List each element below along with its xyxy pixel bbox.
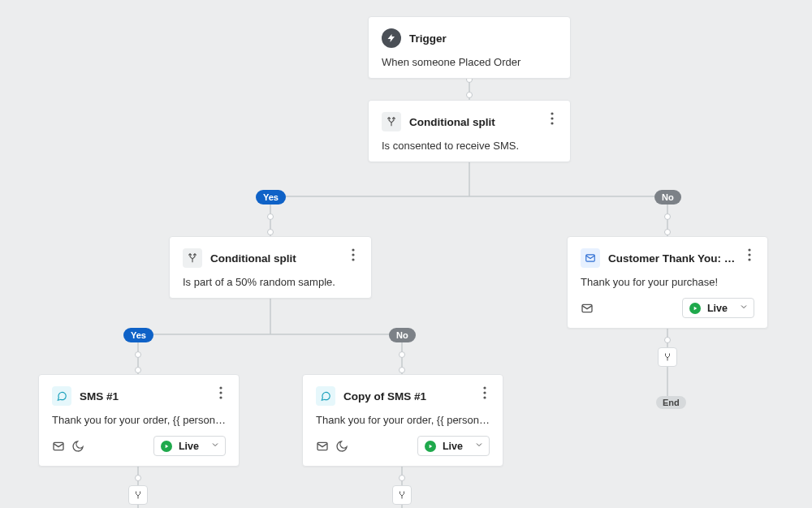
quiet-hours-icon — [335, 440, 348, 453]
port — [135, 367, 141, 373]
add-split-button[interactable] — [392, 485, 412, 505]
flow-canvas[interactable]: Yes No Yes No End Trigger When someone P… — [0, 0, 812, 508]
svg-point-14 — [551, 122, 553, 124]
status-selector[interactable]: Live — [153, 436, 226, 456]
branch-no: No — [654, 190, 681, 204]
svg-point-20 — [748, 258, 750, 260]
more-button[interactable] — [738, 243, 761, 266]
node-conditional-split[interactable]: Conditional split Is consented to receiv… — [368, 100, 571, 162]
more-button[interactable] — [541, 107, 564, 130]
add-split-button[interactable] — [658, 347, 677, 367]
node-desc: When someone Placed Order — [382, 56, 557, 68]
branch-no: No — [389, 328, 416, 342]
node-title: Conditional split — [409, 116, 495, 128]
email-channel-icon — [316, 440, 329, 453]
svg-point-13 — [551, 117, 553, 119]
node-desc: Is consented to receive SMS. — [382, 140, 557, 152]
svg-point-12 — [551, 112, 553, 114]
svg-point-17 — [352, 258, 354, 260]
chevron-down-icon — [474, 440, 484, 452]
port — [135, 351, 141, 358]
port — [399, 475, 405, 481]
svg-point-19 — [748, 253, 750, 256]
branch-yes: Yes — [123, 328, 153, 342]
status-label: Live — [179, 441, 199, 452]
svg-point-23 — [219, 386, 222, 389]
more-button[interactable] — [209, 381, 232, 404]
node-email[interactable]: Customer Thank You: Email... Thank you f… — [567, 236, 768, 329]
node-desc: Thank you for your order, {{ person|look… — [52, 414, 226, 426]
bolt-icon — [382, 28, 401, 48]
svg-point-15 — [352, 248, 354, 251]
node-title: Trigger — [409, 32, 447, 45]
quiet-hours-icon — [71, 440, 84, 453]
add-split-button[interactable] — [128, 485, 148, 505]
node-title: SMS #1 — [80, 390, 119, 403]
svg-point-16 — [352, 253, 354, 256]
svg-point-24 — [219, 391, 222, 394]
node-title: Customer Thank You: Email... — [608, 252, 738, 265]
status-live-icon — [689, 303, 701, 314]
more-button[interactable] — [342, 243, 365, 266]
status-label: Live — [707, 303, 728, 314]
status-label: Live — [443, 441, 463, 452]
chevron-down-icon — [739, 302, 749, 314]
status-selector[interactable]: Live — [682, 298, 754, 318]
status-live-icon — [161, 441, 172, 452]
node-desc: Thank you for your order, {{ person|look… — [316, 414, 490, 426]
more-button[interactable] — [473, 381, 496, 404]
email-channel-icon — [581, 302, 594, 315]
node-desc: Is part of a 50% random sample. — [183, 276, 358, 288]
svg-point-29 — [483, 396, 486, 398]
branch-yes: Yes — [256, 190, 286, 204]
port — [399, 351, 405, 358]
status-live-icon — [425, 441, 436, 452]
node-conditional-split[interactable]: Conditional split Is part of a 50% rando… — [169, 236, 372, 299]
split-icon — [382, 112, 401, 131]
node-sms[interactable]: SMS #1 Thank you for your order, {{ pers… — [38, 374, 240, 467]
port — [664, 213, 671, 220]
port — [466, 92, 473, 98]
email-icon — [581, 248, 600, 268]
split-icon — [183, 248, 202, 268]
sms-icon — [52, 386, 71, 406]
node-sms[interactable]: Copy of SMS #1 Thank you for your order,… — [302, 374, 503, 467]
sms-icon — [316, 386, 335, 406]
email-channel-icon — [52, 440, 65, 453]
port — [399, 367, 405, 373]
port — [267, 229, 274, 235]
svg-point-27 — [483, 386, 486, 389]
node-title: Copy of SMS #1 — [343, 390, 426, 403]
node-desc: Thank you for your purchase! — [581, 276, 754, 288]
chevron-down-icon — [210, 440, 220, 452]
flow-end: End — [656, 396, 686, 409]
node-trigger[interactable]: Trigger When someone Placed Order — [368, 16, 571, 79]
port — [664, 337, 671, 343]
svg-point-18 — [748, 248, 750, 251]
status-selector[interactable]: Live — [417, 436, 490, 456]
port — [267, 213, 274, 220]
port — [664, 229, 671, 235]
svg-point-25 — [219, 396, 222, 398]
port — [135, 475, 141, 481]
node-title: Conditional split — [210, 252, 296, 265]
svg-point-28 — [483, 391, 486, 394]
